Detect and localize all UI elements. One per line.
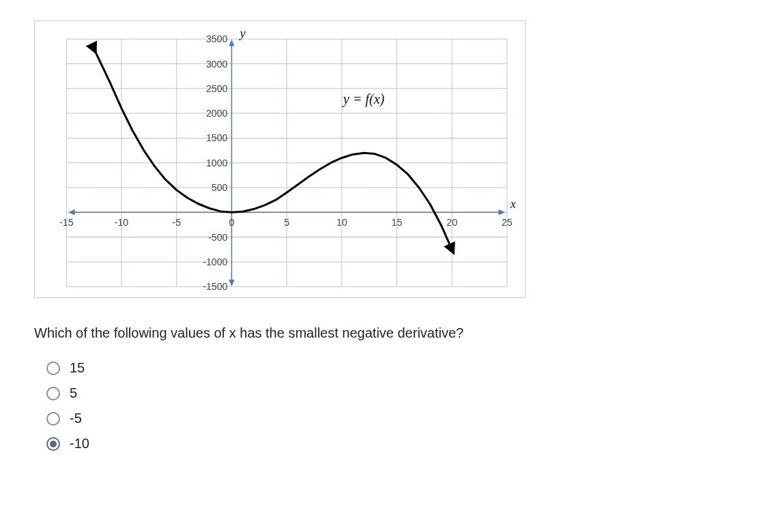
svg-text:-10: -10 [115, 217, 129, 228]
question-text: Which of the following values of x has t… [34, 325, 725, 341]
svg-text:20: 20 [446, 217, 457, 228]
svg-text:-1500: -1500 [203, 281, 227, 292]
function-chart: -15-10-50510152025-1500-1000-50050010001… [39, 25, 521, 293]
option-label: -10 [70, 436, 89, 452]
svg-text:0: 0 [229, 217, 234, 228]
option-15[interactable]: 15 [46, 360, 725, 376]
option-neg5[interactable]: -5 [46, 411, 725, 426]
svg-text:5: 5 [284, 217, 289, 228]
chart-frame: -15-10-50510152025-1500-1000-50050010001… [34, 20, 526, 298]
radio-button[interactable] [46, 412, 60, 426]
svg-text:25: 25 [502, 217, 513, 228]
svg-text:-5: -5 [172, 217, 181, 228]
svg-text:-15: -15 [59, 217, 74, 228]
svg-text:-500: -500 [208, 232, 227, 243]
svg-text:y = f(x): y = f(x) [342, 91, 385, 107]
option-label: -5 [70, 411, 82, 426]
svg-text:500: 500 [212, 182, 228, 193]
svg-text:3000: 3000 [206, 59, 228, 70]
option-5[interactable]: 5 [46, 385, 725, 401]
chart-grid [66, 39, 506, 286]
svg-text:y: y [239, 27, 246, 40]
radio-button[interactable] [46, 437, 60, 451]
options-list: 155-5-10 [46, 360, 725, 452]
svg-text:2500: 2500 [206, 83, 228, 94]
svg-text:10: 10 [336, 217, 347, 228]
radio-button[interactable] [46, 387, 60, 400]
svg-text:3500: 3500 [206, 33, 228, 44]
svg-text:1000: 1000 [206, 158, 228, 168]
svg-text:x: x [510, 197, 516, 211]
svg-text:15: 15 [392, 217, 403, 228]
svg-text:-1000: -1000 [203, 256, 227, 267]
svg-text:2000: 2000 [206, 108, 228, 119]
chart-labels: yxy = f(x) [239, 27, 516, 211]
option-neg10[interactable]: -10 [46, 436, 725, 452]
radio-button[interactable] [46, 361, 60, 375]
option-label: 5 [70, 385, 77, 401]
option-label: 15 [70, 360, 85, 376]
svg-text:1500: 1500 [206, 132, 228, 143]
